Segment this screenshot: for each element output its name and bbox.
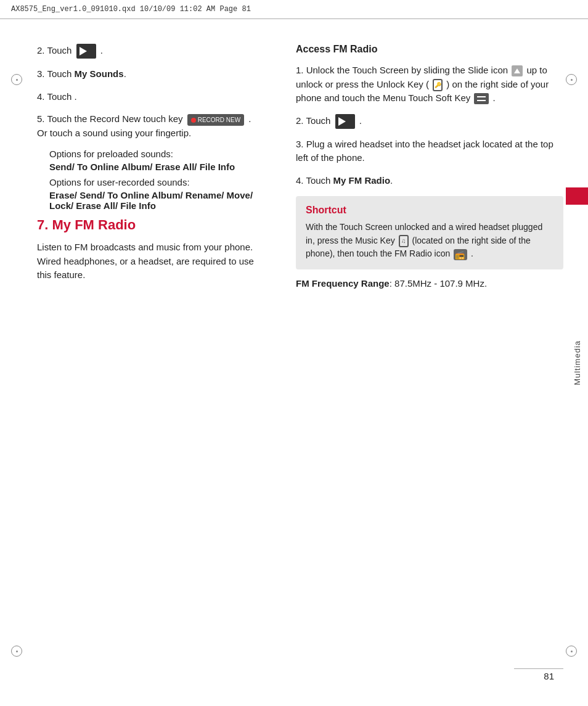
access-fm-heading: Access FM Radio: [296, 44, 563, 55]
page-divider: [514, 668, 563, 669]
step-3-bold: My Sounds: [75, 68, 124, 79]
sidebar-label: Multimedia: [573, 340, 582, 385]
left-column: 2. Touch . 3. Touch My Sounds. 4. Touch …: [37, 44, 271, 623]
reg-mark-bottom-right: [566, 646, 577, 657]
reg-mark-top-left: [11, 74, 22, 85]
reg-mark-bottom-left: [11, 646, 22, 657]
right-step-1-end: .: [493, 92, 496, 103]
right-step-2: 2. Touch .: [296, 114, 563, 129]
header-text: AX8575_Eng_ver1.0_091010.qxd 10/10/09 11…: [11, 5, 251, 14]
right-step-1: 1. Unlock the Touch Screen by sliding th…: [296, 64, 563, 105]
user-options-items: Erase/ Send/ To Online Album/ Rename/ Mo…: [49, 190, 259, 211]
step-4-text: 4. Touch .: [37, 91, 77, 102]
section-heading: 7. My FM Radio: [37, 217, 259, 233]
right-step-3-text: 3. Plug a wired headset into the headset…: [296, 139, 553, 163]
fm-radio-icon: [454, 249, 467, 260]
user-options-block: Options for user-recorded sounds: Erase/…: [49, 177, 259, 211]
unlock-key-icon: 🔑: [433, 79, 443, 91]
step-5-prefix: 5. Touch the Record New touch key: [37, 113, 186, 124]
right-step-1-num: 1. Unlock the Touch Screen by sliding th…: [296, 65, 510, 75]
sidebar-text-wrap: Multimedia: [573, 205, 582, 521]
preloaded-options-label: Options for preloaded sounds:: [49, 149, 259, 159]
step-4: 4. Touch .: [37, 90, 259, 104]
preloaded-options-block: Options for preloaded sounds: Send/ To O…: [49, 149, 259, 172]
step-2-end: .: [100, 45, 103, 55]
shortcut-text: With the Touch Screen unlocked and a wir…: [306, 221, 553, 261]
shortcut-title: Shortcut: [306, 205, 553, 216]
slide-up-icon: [512, 65, 523, 76]
record-new-icon: RECORD NEW: [187, 114, 244, 126]
preloaded-options-items: Send/ To Online Album/ Erase All/ File I…: [49, 162, 259, 172]
step-2: 2. Touch .: [37, 44, 259, 59]
fm-frequency-range: FM Frequency Range: 87.5MHz - 107.9 MHz.: [296, 278, 563, 289]
multimedia-icon-1: [76, 44, 96, 59]
user-options-label: Options for user-recorded sounds:: [49, 177, 259, 187]
right-step-4: 4. Touch My FM Radio.: [296, 174, 563, 188]
right-step-4-bold: My FM Radio: [333, 175, 391, 186]
main-content: 2. Touch . 3. Touch My Sounds. 4. Touch …: [0, 19, 588, 648]
right-step-3: 3. Plug a wired headset into the headset…: [296, 138, 563, 165]
right-step-2-suffix: .: [359, 115, 362, 126]
menu-softkey-icon: [474, 93, 489, 104]
step-2-num: 2. Touch: [37, 45, 75, 55]
shortcut-text-3: .: [471, 248, 473, 258]
page-number: 81: [544, 671, 554, 681]
right-step-2-prefix: 2. Touch: [296, 115, 333, 126]
fm-freq-label: FM Frequency Range: [296, 278, 390, 289]
shortcut-box: Shortcut With the Touch Screen unlocked …: [296, 196, 563, 269]
reg-mark-top-right: [566, 74, 577, 85]
section-text: Listen to FM broadcasts and music from y…: [37, 240, 259, 282]
step-3-text: 3. Touch My Sounds.: [37, 68, 126, 79]
music-key-icon: ♫: [399, 235, 409, 247]
fm-freq-value: : 87.5MHz - 107.9 MHz.: [390, 278, 487, 289]
record-dot: [191, 118, 196, 123]
sidebar-red-bar: [566, 187, 588, 205]
header-bar: AX8575_Eng_ver1.0_091010.qxd 10/10/09 11…: [0, 0, 588, 19]
step-5: 5. Touch the Record New touch key RECORD…: [37, 112, 259, 140]
sidebar-container: Multimedia: [566, 185, 588, 521]
multimedia-icon-2: [335, 114, 355, 129]
step-3: 3. Touch My Sounds.: [37, 67, 259, 81]
right-step-4-prefix: 4. Touch My FM Radio.: [296, 175, 393, 186]
right-column: Access FM Radio 1. Unlock the Touch Scre…: [290, 44, 563, 623]
